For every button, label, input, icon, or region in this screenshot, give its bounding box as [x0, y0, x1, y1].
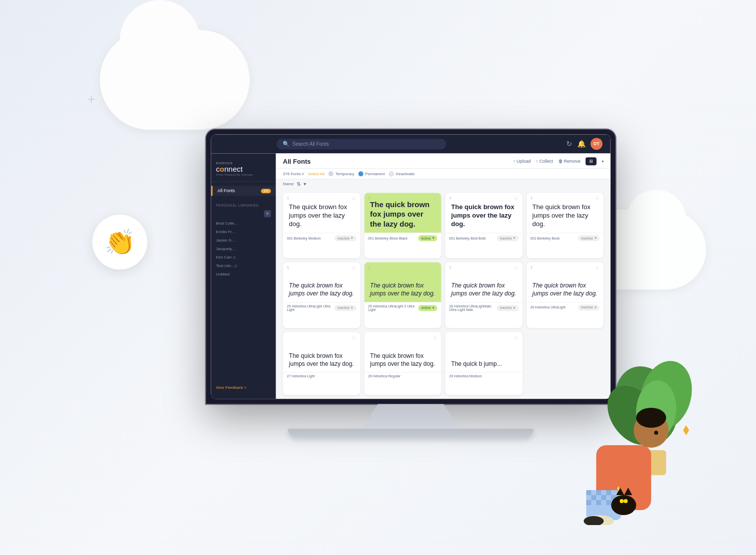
status-badge-6[interactable]: Active ▾ — [418, 305, 437, 311]
library-item-jacquely[interactable]: Jacquely... — [211, 245, 276, 253]
upload-button[interactable]: ↑ Upload — [513, 159, 531, 164]
font-preview-4: The quick brown fox jumps over the lazy … — [526, 193, 604, 233]
personal-libraries-title: Personal Libraries — [211, 200, 276, 209]
favorite-icon-8[interactable]: ☆ — [595, 265, 600, 271]
card-number-7: 1 — [449, 265, 451, 270]
font-preview-6: The quick brown fox jumps over the lazy … — [364, 262, 441, 302]
illustration-character — [536, 325, 726, 525]
favorite-icon-2[interactable]: ☆ — [433, 196, 437, 201]
font-name-2: 001 Berkeley Block Black — [368, 237, 407, 240]
sidebar-nav: All Fonts 3% — [211, 182, 276, 200]
svg-rect-9 — [606, 490, 611, 495]
svg-marker-26 — [683, 425, 689, 435]
library-item-best-colle[interactable]: Best Colle... — [211, 219, 276, 228]
font-card-2: 1 ☆ The quick brown fox jumps over the l… — [364, 193, 441, 258]
font-card-11: ☆ The quick b jump... 29 Helvetica Mediu… — [445, 332, 523, 395]
preview-text-10: The quick brown fox jumps over the lazy … — [370, 353, 435, 368]
favorite-icon-3[interactable]: ☆ — [514, 196, 518, 201]
font-card-footer-1: 001 Berkeley Medium Inactive ▾ — [283, 233, 361, 243]
library-item-untitled[interactable]: Untitled — [211, 270, 276, 278]
status-badge-2[interactable]: Active ▾ — [418, 235, 437, 241]
favorite-icon-6[interactable]: ☆ — [433, 265, 437, 271]
give-feedback-link[interactable]: Give Feedback > — [211, 381, 276, 394]
filter-icon[interactable]: ▾ — [304, 181, 306, 187]
dot-temporary — [329, 171, 334, 176]
grid-toggle-button[interactable]: ⊞ — [586, 157, 597, 165]
preview-text-1: The quick brown fox jumps over the lazy … — [289, 204, 355, 229]
favorite-icon-7[interactable]: ☆ — [514, 265, 518, 271]
font-name-3: 001 Berkeley Bold Bold — [449, 237, 486, 240]
font-card-6: 1 ☆ The quick brown fox jumps over the l… — [364, 262, 441, 328]
monitor-base — [288, 429, 534, 438]
collect-button[interactable]: ↑ Collect — [536, 159, 553, 164]
preview-text-7: The quick brown fox jumps over the lazy … — [451, 282, 517, 298]
svg-rect-7 — [586, 490, 591, 495]
filter-temporary[interactable]: Temporary — [329, 171, 355, 176]
font-card-7: 1 ☆ The quick brown fox jumps over the l… — [445, 262, 523, 328]
search-bar[interactable]: 🔍 Search All Fonts — [277, 139, 446, 149]
chevron-icon-6: ▾ — [432, 306, 434, 310]
font-card-footer-10: 28 Helvetica Regular — [364, 372, 441, 380]
font-card-footer-6: 25 Helvetica UltraLight 2 Ultra Light Ac… — [364, 302, 441, 313]
search-icon: 🔍 — [283, 141, 290, 147]
filter-deactivate[interactable]: Deactivate — [389, 171, 415, 176]
font-card-5: 1 ☆ The quick brown fox jumps over the l… — [283, 262, 361, 328]
chevron-down-icon[interactable]: ▾ — [602, 159, 604, 164]
library-item-jackie[interactable]: Jackie G... — [211, 236, 276, 245]
chevron-icon-1: ▾ — [351, 236, 353, 240]
status-badge-1[interactable]: Inactive ▾ — [335, 235, 356, 241]
favorite-icon-10[interactable]: ☆ — [433, 335, 437, 341]
font-card-4: 1 ☆ The quick brown fox jumps over the l… — [526, 193, 604, 258]
svg-point-21 — [611, 495, 636, 515]
library-item-kim[interactable]: Kim Carr ◇ — [211, 253, 276, 262]
card-number-3: 1 — [449, 196, 451, 200]
sidebar-item-all-fonts[interactable]: All Fonts 3% — [211, 186, 276, 196]
svg-rect-14 — [596, 500, 601, 505]
bell-icon[interactable]: 🔔 — [577, 140, 586, 148]
favorite-icon-11[interactable]: ☆ — [514, 335, 518, 341]
preview-text-8: The quick brown fox jumps over the lazy … — [532, 282, 598, 298]
font-name-5: 25 Helvetica UltraLight Ultra Light — [287, 304, 335, 311]
status-badge-3[interactable]: Inactive ▾ — [497, 235, 518, 241]
refresh-icon[interactable]: ↻ — [566, 140, 572, 148]
brand-extensis: extensis — [216, 161, 271, 165]
font-card-footer-9: 27 Helvetica Light — [283, 372, 361, 380]
status-badge-8[interactable]: Inactive ▾ — [578, 304, 599, 310]
svg-point-24 — [620, 499, 624, 503]
sidebar-logo: extensis c o nnect Fonts Powered By Suit… — [211, 158, 276, 182]
user-avatar[interactable]: DT — [591, 138, 603, 150]
status-badge-4[interactable]: Inactive ▾ — [578, 235, 599, 241]
status-badge-7[interactable]: Inactive ▾ — [497, 305, 518, 311]
filter-permanent[interactable]: Permanent — [359, 171, 385, 176]
card-number-4: 1 — [530, 196, 532, 200]
font-card-footer-5: 25 Helvetica UltraLight Ultra Light Inac… — [283, 302, 361, 313]
svg-rect-15 — [606, 500, 611, 505]
favorite-icon-5[interactable]: ☆ — [352, 265, 356, 271]
favorite-icon-1[interactable]: ☆ — [352, 196, 356, 201]
preview-text-11: The quick b jump... — [451, 360, 502, 368]
font-card-1: 1 ☆ The quick brown fox jumps over the l… — [283, 193, 361, 258]
card-number-2: 1 — [368, 196, 370, 200]
svg-rect-13 — [586, 500, 591, 505]
select-all-link[interactable]: Select All — [308, 172, 325, 176]
font-preview-2: The quick brown fox jumps over the lazy … — [364, 193, 441, 233]
add-library-button[interactable]: + — [264, 210, 271, 217]
preview-text-2: The quick brown fox jumps over the lazy … — [370, 200, 435, 229]
card-number-8: 1 — [530, 265, 532, 270]
favorite-icon-9[interactable]: ☆ — [352, 335, 356, 341]
chevron-icon-5: ▾ — [351, 306, 353, 310]
sort-icon[interactable]: ⇅ — [297, 181, 301, 187]
remove-button[interactable]: 🗑 Remove — [558, 159, 581, 164]
font-count: 376 Fonts // — [283, 172, 304, 176]
dot-deactivate — [389, 171, 394, 176]
sort-bar: Name ⇅ ▾ — [276, 179, 611, 189]
favorite-icon-4[interactable]: ☆ — [595, 196, 600, 201]
library-item-emilio[interactable]: Emilio Fr... — [211, 228, 276, 236]
chevron-icon-3: ▾ — [513, 236, 515, 240]
status-badge-5[interactable]: Inactive ▾ — [335, 305, 356, 311]
main-actions: ↑ Upload ↑ Collect 🗑 Remove ⊞ ▾ — [513, 157, 604, 165]
card-number-5: 1 — [287, 265, 289, 270]
font-name-1: 001 Berkeley Medium — [287, 237, 321, 240]
library-item-test[interactable]: Test Libr...◇ — [211, 262, 276, 270]
font-name-8: 26 Helvetica UltraLight — [530, 306, 565, 309]
